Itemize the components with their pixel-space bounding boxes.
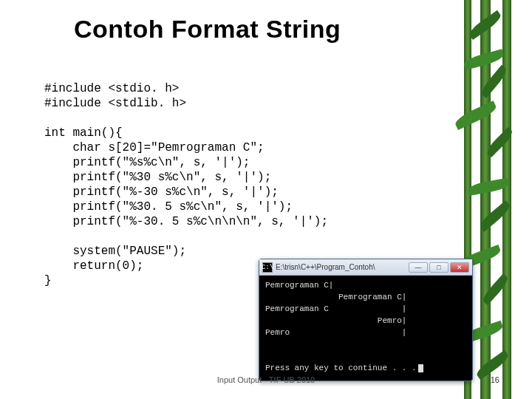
console-line: Pemro| <box>265 316 406 325</box>
close-button[interactable]: ✕ <box>450 262 469 273</box>
cmd-icon: C:\ <box>262 262 273 273</box>
console-titlebar: C:\ E:\trisn\C++\Program_Contoh\ — □ ✕ <box>259 259 472 276</box>
cursor-icon <box>418 364 423 372</box>
console-line: Pemrograman C| <box>265 293 406 301</box>
console-line: Pemrograman C| <box>265 281 333 290</box>
console-output: Pemrograman C| Pemrograman C| Pemrograma… <box>259 276 472 381</box>
slide-footer: Input Output - TIF UB 2010 <box>0 375 532 384</box>
page-number: 16 <box>491 375 499 384</box>
window-buttons: — □ ✕ <box>409 262 469 273</box>
console-window-title: E:\trisn\C++\Program_Contoh\ <box>276 263 406 271</box>
console-window: C:\ E:\trisn\C++\Program_Contoh\ — □ ✕ P… <box>259 259 473 381</box>
slide-title: Contoh Format String <box>74 15 341 44</box>
console-line: Press any key to continue . . . <box>265 364 417 372</box>
console-line: Pemro | <box>265 328 406 337</box>
maximize-button[interactable]: □ <box>429 262 449 273</box>
code-sample: #include <stdio. h> #include <stdlib. h>… <box>44 81 328 288</box>
console-line: Pemrograman C | <box>265 304 406 313</box>
minimize-button[interactable]: — <box>409 262 428 273</box>
